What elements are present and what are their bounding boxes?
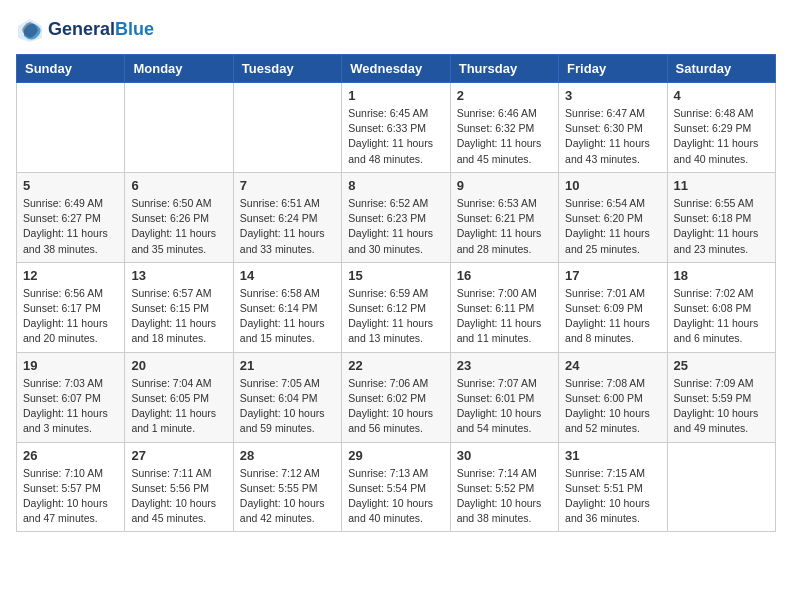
calendar-cell: 22Sunrise: 7:06 AMSunset: 6:02 PMDayligh…	[342, 352, 450, 442]
weekday-header: Tuesday	[233, 55, 341, 83]
calendar-cell: 26Sunrise: 7:10 AMSunset: 5:57 PMDayligh…	[17, 442, 125, 532]
day-info: Sunrise: 6:55 AMSunset: 6:18 PMDaylight:…	[674, 196, 769, 257]
calendar-cell: 3Sunrise: 6:47 AMSunset: 6:30 PMDaylight…	[559, 83, 667, 173]
day-info: Sunrise: 6:46 AMSunset: 6:32 PMDaylight:…	[457, 106, 552, 167]
calendar-table: SundayMondayTuesdayWednesdayThursdayFrid…	[16, 54, 776, 532]
calendar-cell	[233, 83, 341, 173]
day-info: Sunrise: 6:51 AMSunset: 6:24 PMDaylight:…	[240, 196, 335, 257]
weekday-header: Thursday	[450, 55, 558, 83]
calendar-cell: 29Sunrise: 7:13 AMSunset: 5:54 PMDayligh…	[342, 442, 450, 532]
calendar-cell: 24Sunrise: 7:08 AMSunset: 6:00 PMDayligh…	[559, 352, 667, 442]
day-info: Sunrise: 6:54 AMSunset: 6:20 PMDaylight:…	[565, 196, 660, 257]
calendar-cell: 7Sunrise: 6:51 AMSunset: 6:24 PMDaylight…	[233, 172, 341, 262]
calendar-week-row: 26Sunrise: 7:10 AMSunset: 5:57 PMDayligh…	[17, 442, 776, 532]
day-number: 8	[348, 178, 443, 193]
day-number: 28	[240, 448, 335, 463]
calendar-cell: 15Sunrise: 6:59 AMSunset: 6:12 PMDayligh…	[342, 262, 450, 352]
calendar-cell: 14Sunrise: 6:58 AMSunset: 6:14 PMDayligh…	[233, 262, 341, 352]
day-number: 19	[23, 358, 118, 373]
day-number: 30	[457, 448, 552, 463]
day-info: Sunrise: 6:53 AMSunset: 6:21 PMDaylight:…	[457, 196, 552, 257]
day-info: Sunrise: 6:45 AMSunset: 6:33 PMDaylight:…	[348, 106, 443, 167]
day-info: Sunrise: 6:47 AMSunset: 6:30 PMDaylight:…	[565, 106, 660, 167]
day-info: Sunrise: 6:49 AMSunset: 6:27 PMDaylight:…	[23, 196, 118, 257]
calendar-cell: 25Sunrise: 7:09 AMSunset: 5:59 PMDayligh…	[667, 352, 775, 442]
day-number: 21	[240, 358, 335, 373]
day-info: Sunrise: 7:14 AMSunset: 5:52 PMDaylight:…	[457, 466, 552, 527]
calendar-cell: 28Sunrise: 7:12 AMSunset: 5:55 PMDayligh…	[233, 442, 341, 532]
calendar-cell: 17Sunrise: 7:01 AMSunset: 6:09 PMDayligh…	[559, 262, 667, 352]
calendar-week-row: 5Sunrise: 6:49 AMSunset: 6:27 PMDaylight…	[17, 172, 776, 262]
calendar-cell: 19Sunrise: 7:03 AMSunset: 6:07 PMDayligh…	[17, 352, 125, 442]
calendar-cell: 21Sunrise: 7:05 AMSunset: 6:04 PMDayligh…	[233, 352, 341, 442]
day-info: Sunrise: 7:07 AMSunset: 6:01 PMDaylight:…	[457, 376, 552, 437]
day-number: 10	[565, 178, 660, 193]
day-number: 11	[674, 178, 769, 193]
day-info: Sunrise: 6:59 AMSunset: 6:12 PMDaylight:…	[348, 286, 443, 347]
calendar-week-row: 19Sunrise: 7:03 AMSunset: 6:07 PMDayligh…	[17, 352, 776, 442]
day-number: 15	[348, 268, 443, 283]
day-info: Sunrise: 7:15 AMSunset: 5:51 PMDaylight:…	[565, 466, 660, 527]
day-number: 25	[674, 358, 769, 373]
day-info: Sunrise: 7:11 AMSunset: 5:56 PMDaylight:…	[131, 466, 226, 527]
weekday-header: Wednesday	[342, 55, 450, 83]
day-info: Sunrise: 7:12 AMSunset: 5:55 PMDaylight:…	[240, 466, 335, 527]
day-info: Sunrise: 6:50 AMSunset: 6:26 PMDaylight:…	[131, 196, 226, 257]
day-number: 29	[348, 448, 443, 463]
day-number: 7	[240, 178, 335, 193]
weekday-header: Monday	[125, 55, 233, 83]
day-number: 20	[131, 358, 226, 373]
day-info: Sunrise: 7:13 AMSunset: 5:54 PMDaylight:…	[348, 466, 443, 527]
day-number: 4	[674, 88, 769, 103]
calendar-cell: 30Sunrise: 7:14 AMSunset: 5:52 PMDayligh…	[450, 442, 558, 532]
day-info: Sunrise: 7:06 AMSunset: 6:02 PMDaylight:…	[348, 376, 443, 437]
day-info: Sunrise: 7:03 AMSunset: 6:07 PMDaylight:…	[23, 376, 118, 437]
calendar-cell: 2Sunrise: 6:46 AMSunset: 6:32 PMDaylight…	[450, 83, 558, 173]
calendar-cell: 6Sunrise: 6:50 AMSunset: 6:26 PMDaylight…	[125, 172, 233, 262]
day-number: 23	[457, 358, 552, 373]
calendar-cell: 31Sunrise: 7:15 AMSunset: 5:51 PMDayligh…	[559, 442, 667, 532]
day-number: 3	[565, 88, 660, 103]
logo-icon	[16, 16, 44, 44]
day-info: Sunrise: 6:57 AMSunset: 6:15 PMDaylight:…	[131, 286, 226, 347]
calendar-cell: 20Sunrise: 7:04 AMSunset: 6:05 PMDayligh…	[125, 352, 233, 442]
day-info: Sunrise: 7:08 AMSunset: 6:00 PMDaylight:…	[565, 376, 660, 437]
day-info: Sunrise: 6:56 AMSunset: 6:17 PMDaylight:…	[23, 286, 118, 347]
day-number: 14	[240, 268, 335, 283]
calendar-cell	[667, 442, 775, 532]
calendar-cell: 4Sunrise: 6:48 AMSunset: 6:29 PMDaylight…	[667, 83, 775, 173]
calendar-cell: 1Sunrise: 6:45 AMSunset: 6:33 PMDaylight…	[342, 83, 450, 173]
calendar-cell: 8Sunrise: 6:52 AMSunset: 6:23 PMDaylight…	[342, 172, 450, 262]
day-info: Sunrise: 6:48 AMSunset: 6:29 PMDaylight:…	[674, 106, 769, 167]
calendar-week-row: 12Sunrise: 6:56 AMSunset: 6:17 PMDayligh…	[17, 262, 776, 352]
calendar-header-row: SundayMondayTuesdayWednesdayThursdayFrid…	[17, 55, 776, 83]
day-number: 12	[23, 268, 118, 283]
page-header: GeneralBlue	[16, 16, 776, 44]
logo-text: GeneralBlue	[48, 20, 154, 40]
calendar-cell: 10Sunrise: 6:54 AMSunset: 6:20 PMDayligh…	[559, 172, 667, 262]
day-number: 16	[457, 268, 552, 283]
calendar-cell: 12Sunrise: 6:56 AMSunset: 6:17 PMDayligh…	[17, 262, 125, 352]
calendar-cell: 27Sunrise: 7:11 AMSunset: 5:56 PMDayligh…	[125, 442, 233, 532]
calendar-cell: 16Sunrise: 7:00 AMSunset: 6:11 PMDayligh…	[450, 262, 558, 352]
calendar-cell: 5Sunrise: 6:49 AMSunset: 6:27 PMDaylight…	[17, 172, 125, 262]
day-info: Sunrise: 7:01 AMSunset: 6:09 PMDaylight:…	[565, 286, 660, 347]
day-info: Sunrise: 6:58 AMSunset: 6:14 PMDaylight:…	[240, 286, 335, 347]
calendar-cell: 11Sunrise: 6:55 AMSunset: 6:18 PMDayligh…	[667, 172, 775, 262]
day-number: 17	[565, 268, 660, 283]
day-number: 31	[565, 448, 660, 463]
day-number: 27	[131, 448, 226, 463]
day-info: Sunrise: 7:00 AMSunset: 6:11 PMDaylight:…	[457, 286, 552, 347]
calendar-cell: 13Sunrise: 6:57 AMSunset: 6:15 PMDayligh…	[125, 262, 233, 352]
day-number: 24	[565, 358, 660, 373]
day-number: 9	[457, 178, 552, 193]
calendar-cell: 9Sunrise: 6:53 AMSunset: 6:21 PMDaylight…	[450, 172, 558, 262]
day-number: 1	[348, 88, 443, 103]
day-number: 18	[674, 268, 769, 283]
day-info: Sunrise: 7:05 AMSunset: 6:04 PMDaylight:…	[240, 376, 335, 437]
day-number: 2	[457, 88, 552, 103]
calendar-week-row: 1Sunrise: 6:45 AMSunset: 6:33 PMDaylight…	[17, 83, 776, 173]
calendar-cell	[125, 83, 233, 173]
day-number: 22	[348, 358, 443, 373]
weekday-header: Sunday	[17, 55, 125, 83]
